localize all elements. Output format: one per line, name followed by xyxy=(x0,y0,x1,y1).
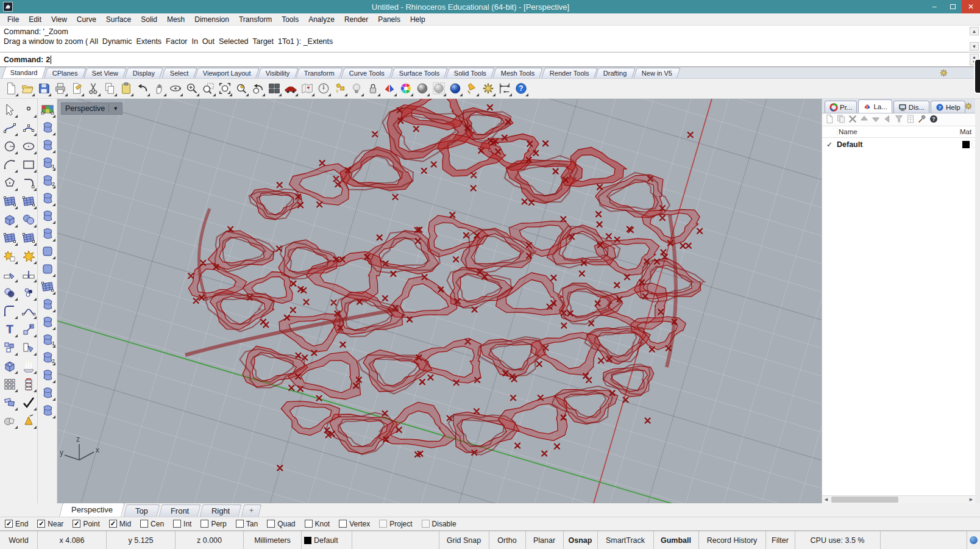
zoom-selected-button[interactable] xyxy=(233,80,249,97)
osnap-vertex[interactable]: Vertex xyxy=(339,520,370,528)
scroll-down-icon[interactable]: ▼ xyxy=(970,42,979,51)
ghosted-sphere-button[interactable] xyxy=(430,80,447,97)
osnap-quad[interactable]: Quad xyxy=(267,520,295,528)
toolbar-options-gear-icon[interactable] xyxy=(939,68,948,77)
light-button[interactable] xyxy=(348,80,364,97)
panel-tab-la[interactable]: La... xyxy=(858,99,892,113)
toolbar-tab-set-view[interactable]: Set View xyxy=(83,68,127,78)
box-button[interactable] xyxy=(1,210,18,228)
named-view-car-button[interactable] xyxy=(282,80,299,97)
toolbar-tab-display[interactable]: Display xyxy=(125,68,164,78)
osnap-cen[interactable]: Cen xyxy=(140,520,164,528)
shaded-sphere-button[interactable] xyxy=(414,80,430,97)
osnap-near-checkbox[interactable]: ✓ xyxy=(37,520,45,528)
layer-name[interactable]: Default xyxy=(837,140,962,149)
status-filter[interactable]: Filter xyxy=(766,531,795,549)
fillet-curve-button[interactable] xyxy=(1,302,18,320)
srf-pipe-button[interactable] xyxy=(38,313,56,331)
freeform-curve-button[interactable] xyxy=(20,174,37,192)
status-z-0-000[interactable]: z 0.000 xyxy=(176,531,244,549)
trim-button[interactable] xyxy=(1,265,18,283)
viewport-tab-perspective[interactable]: Perspective xyxy=(59,503,125,517)
red-cell-ring[interactable] xyxy=(388,276,456,318)
osnap-knot-checkbox[interactable] xyxy=(305,520,313,528)
menu-mesh[interactable]: Mesh xyxy=(162,13,190,26)
select-arrow-button[interactable] xyxy=(1,101,18,118)
toolbar-tab-standard[interactable]: Standard xyxy=(2,66,46,78)
scroll-up-icon[interactable]: ▲ xyxy=(970,27,979,35)
add-viewport-tab-button[interactable]: + xyxy=(241,504,261,517)
display-wedge-button[interactable] xyxy=(381,80,397,97)
array-linear-button[interactable] xyxy=(20,375,37,393)
panel-options-gear-icon[interactable] xyxy=(964,102,973,110)
srf-blend-2-button[interactable]: 2 xyxy=(38,348,56,366)
surface-3pt-button[interactable] xyxy=(1,192,18,210)
srf-corner-points-button[interactable] xyxy=(38,118,56,136)
duplicate-layer-button[interactable] xyxy=(836,114,846,126)
move-down-button[interactable] xyxy=(871,114,881,126)
perspective-viewport[interactable]: zyx Perspective ▼ xyxy=(57,99,822,503)
srf-patch-button[interactable] xyxy=(38,278,56,295)
srf-sweep-1-button[interactable]: 1 xyxy=(38,154,56,171)
osnap-int[interactable]: Int xyxy=(173,520,191,528)
osnap-int-checkbox[interactable] xyxy=(173,520,181,528)
block-insert-button[interactable] xyxy=(1,339,18,356)
dimension-button[interactable] xyxy=(496,80,513,97)
status-cpu-use-3-5-[interactable]: CPU use: 3.5 % xyxy=(795,531,881,549)
osnap-end-checkbox[interactable]: ✓ xyxy=(5,520,13,528)
scrollbar-track[interactable] xyxy=(830,496,967,503)
status-planar[interactable]: Planar xyxy=(526,531,564,549)
osnap-tan[interactable]: Tan xyxy=(236,520,258,528)
undo-view-button[interactable] xyxy=(249,80,266,97)
circle-button[interactable] xyxy=(1,137,18,155)
control-point-curve-button[interactable] xyxy=(1,119,18,137)
layer-row[interactable]: ✓ Default xyxy=(822,138,975,151)
toolbar-tab-viewport-layout[interactable]: Viewport Layout xyxy=(194,68,259,78)
text-button[interactable]: T xyxy=(1,320,18,338)
panel-tab-dis[interactable]: Dis... xyxy=(893,101,929,113)
viewport-tab-front[interactable]: Front xyxy=(158,504,201,517)
explode-button[interactable] xyxy=(20,247,37,265)
open-file-button[interactable] xyxy=(19,80,35,97)
arc-button[interactable] xyxy=(1,156,18,173)
minimize-button[interactable]: – xyxy=(925,0,943,13)
menu-analyze[interactable]: Analyze xyxy=(304,13,339,26)
toolbar-tab-select[interactable]: Select xyxy=(162,68,197,78)
layer-color-swatch[interactable] xyxy=(962,141,970,148)
layer-tools-hammer-button[interactable] xyxy=(917,114,927,126)
rectangle-button[interactable] xyxy=(20,156,37,173)
spotlight-cone-button[interactable] xyxy=(20,412,37,429)
osnap-perp[interactable]: Perp xyxy=(201,520,226,528)
viewport-title[interactable]: Perspective ▼ xyxy=(61,102,122,115)
set-view-compass-button[interactable] xyxy=(315,80,332,97)
red-cell-ring[interactable] xyxy=(379,402,456,448)
srf-planar-button[interactable] xyxy=(38,207,56,224)
menu-tools[interactable]: Tools xyxy=(277,13,304,26)
move-up-button[interactable] xyxy=(859,114,869,126)
polygon-button[interactable] xyxy=(1,174,18,192)
osnap-tan-checkbox[interactable] xyxy=(236,520,244,528)
boolean-gray-button[interactable] xyxy=(1,412,18,429)
osnap-disable[interactable]: Disable xyxy=(422,520,456,528)
undo-button[interactable] xyxy=(134,80,151,97)
zoom-window-button[interactable] xyxy=(200,80,216,97)
viewport-tab-top[interactable]: Top xyxy=(123,504,160,517)
split-button[interactable] xyxy=(20,265,37,283)
status-x-4-086[interactable]: x 4.086 xyxy=(38,531,107,549)
menu-surface[interactable]: Surface xyxy=(101,13,136,26)
toolbar-tab-curve-tools[interactable]: Curve Tools xyxy=(341,68,392,78)
status-y-5-125[interactable]: y 5.125 xyxy=(107,531,176,549)
osnap-cen-checkbox[interactable] xyxy=(140,520,148,528)
status-gumball[interactable]: Gumball xyxy=(654,531,699,549)
menu-curve[interactable]: Curve xyxy=(72,13,101,26)
menu-panels[interactable]: Panels xyxy=(373,13,405,26)
save-button[interactable] xyxy=(35,80,52,97)
srf-extrude-button[interactable] xyxy=(38,224,56,242)
layer-current-check[interactable]: ✓ xyxy=(822,140,837,149)
select-objects-button[interactable] xyxy=(332,80,348,97)
join-circles-button[interactable] xyxy=(1,284,18,301)
menu-help[interactable]: Help xyxy=(405,13,430,26)
rotate-view-button[interactable] xyxy=(167,80,183,97)
status-world[interactable]: World xyxy=(0,531,38,549)
maximize-button[interactable] xyxy=(943,0,962,13)
